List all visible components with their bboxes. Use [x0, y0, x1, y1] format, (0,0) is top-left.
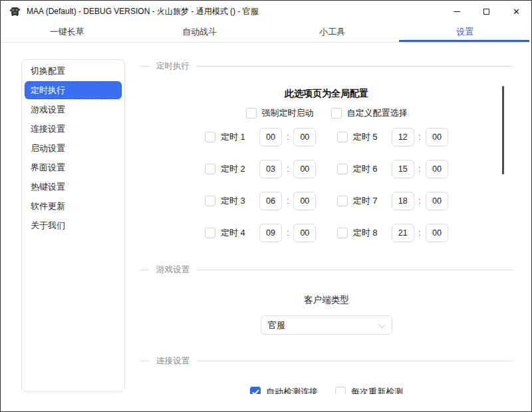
- checkbox[interactable]: [246, 108, 257, 118]
- tab-label: 设置: [456, 26, 473, 38]
- force-timed-start-checkbox[interactable]: 强制定时启动: [246, 107, 314, 119]
- chevron-down-icon: [378, 321, 385, 328]
- divider: [196, 361, 513, 361]
- timer-8-hour-input[interactable]: 21: [392, 224, 414, 242]
- timer-row: 定时 4 09 : 00 定时 8 21 : 00: [205, 224, 448, 242]
- timer-label: 定时 6: [353, 163, 382, 175]
- timer-7-checkbox[interactable]: [337, 196, 348, 206]
- sidebar-item-hotkey-settings[interactable]: 热键设置: [23, 177, 124, 196]
- close-button[interactable]: ✕: [501, 1, 531, 22]
- checkbox-label: 每次重新检测: [351, 386, 403, 394]
- timer-row: 定时 2 03 : 00 定时 6 15 : 00: [205, 160, 448, 178]
- section-title: 游戏设置: [156, 264, 190, 276]
- timer-1: 定时 1 00 : 00: [205, 128, 316, 146]
- sidebar-item-startup-settings[interactable]: 启动设置: [23, 138, 124, 158]
- timer-4: 定时 4 09 : 00: [205, 224, 316, 242]
- checkbox-label: 自动检测连接: [266, 386, 318, 394]
- sidebar-item-game-settings[interactable]: 游戏设置: [23, 100, 124, 119]
- timer-1-checkbox[interactable]: [205, 132, 215, 142]
- re-detect-every-time-checkbox[interactable]: 每次重新检测: [335, 386, 403, 394]
- timer-7-hour-input[interactable]: 18: [392, 192, 414, 210]
- timer-label: 定时 5: [353, 131, 382, 143]
- colon: :: [287, 228, 289, 238]
- divider: [196, 66, 513, 67]
- close-icon: ✕: [513, 7, 520, 16]
- section-title: 连接设置: [156, 355, 190, 367]
- maximize-icon: [483, 9, 489, 15]
- colon: :: [419, 196, 421, 206]
- sidebar-item-about-us[interactable]: 关于我们: [23, 216, 124, 235]
- colon: :: [419, 228, 421, 238]
- timer-1-minute-input[interactable]: 00: [293, 128, 316, 146]
- timer-8-minute-input[interactable]: 00: [426, 224, 448, 242]
- colon: :: [287, 196, 289, 206]
- timer-3-checkbox[interactable]: [205, 196, 215, 206]
- timer-label: 定时 3: [221, 195, 250, 207]
- timer-row: 定时 1 00 : 00 定时 5 12 : 00: [205, 128, 448, 146]
- timer-3-hour-input[interactable]: 06: [259, 192, 282, 210]
- timer-label: 定时 1: [221, 131, 250, 143]
- timer-4-hour-input[interactable]: 09: [259, 224, 282, 242]
- window-title: MAA (Default) - DEBUG VERSION - 火山旅梦 - 通…: [27, 6, 259, 17]
- minimize-button[interactable]: [442, 1, 471, 22]
- divider: [140, 66, 150, 67]
- timer-3-minute-input[interactable]: 00: [293, 192, 316, 210]
- timer-3: 定时 3 06 : 00: [205, 192, 316, 210]
- settings-sidebar: 切换配置 定时执行 游戏设置 连接设置 启动设置 界面设置 热键设置 软件更新 …: [21, 59, 125, 392]
- tab-settings[interactable]: 设置: [399, 22, 532, 42]
- checkbox-label: 强制定时启动: [262, 107, 314, 119]
- checkbox[interactable]: [250, 387, 261, 394]
- window-controls: ✕: [442, 1, 531, 22]
- timer-7-minute-input[interactable]: 00: [426, 192, 448, 210]
- timer-2: 定时 2 03 : 00: [205, 160, 316, 178]
- sidebar-item-connection-settings[interactable]: 连接设置: [23, 119, 124, 138]
- timer-label: 定时 4: [221, 227, 250, 239]
- tab-label: 小工具: [319, 26, 345, 38]
- section-title: 定时执行: [156, 61, 190, 72]
- section-header-game: 游戏设置: [140, 264, 513, 276]
- timer-5-hour-input[interactable]: 12: [392, 128, 414, 146]
- sidebar-item-scheduling[interactable]: 定时执行: [25, 81, 122, 99]
- colon: :: [419, 132, 421, 142]
- tab-auto-battle[interactable]: 自动战斗: [134, 22, 267, 42]
- timer-4-checkbox[interactable]: [205, 228, 215, 238]
- divider: [140, 361, 150, 361]
- divider: [196, 270, 513, 270]
- tab-underline: [399, 40, 530, 42]
- sidebar-item-software-update[interactable]: 软件更新: [23, 196, 124, 216]
- section-header-connection: 连接设置: [140, 355, 513, 367]
- divider: [140, 270, 150, 270]
- app-window: MAA (Default) - DEBUG VERSION - 火山旅梦 - 通…: [0, 0, 532, 412]
- maximize-button[interactable]: [471, 1, 501, 22]
- timer-6-checkbox[interactable]: [337, 164, 348, 174]
- timer-4-minute-input[interactable]: 00: [293, 224, 316, 242]
- sidebar-item-ui-settings[interactable]: 界面设置: [23, 158, 124, 177]
- client-type-dropdown[interactable]: 官服: [261, 315, 392, 335]
- timer-2-hour-input[interactable]: 03: [259, 160, 282, 178]
- timer-8-checkbox[interactable]: [337, 228, 348, 238]
- sidebar-item-switch-config[interactable]: 切换配置: [23, 61, 124, 81]
- timer-row: 定时 3 06 : 00 定时 7 18 : 00: [205, 192, 448, 210]
- settings-content: 定时执行 此选项页为全局配置 强制定时启动 自定义配置选择 定时 1 00 :: [140, 47, 513, 394]
- custom-config-select-checkbox[interactable]: 自定义配置选择: [331, 107, 408, 119]
- timer-5-checkbox[interactable]: [337, 132, 348, 142]
- tab-farming[interactable]: 一键长草: [1, 22, 134, 42]
- timer-6-hour-input[interactable]: 15: [392, 160, 414, 178]
- timer-2-checkbox[interactable]: [205, 164, 215, 174]
- check-icon: [252, 389, 259, 395]
- titlebar: MAA (Default) - DEBUG VERSION - 火山旅梦 - 通…: [1, 1, 531, 22]
- timer-7: 定时 7 18 : 00: [337, 192, 448, 210]
- timer-1-hour-input[interactable]: 00: [259, 128, 282, 146]
- timer-label: 定时 2: [221, 163, 250, 175]
- auto-detect-connection-checkbox[interactable]: 自动检测连接: [250, 386, 318, 394]
- checkbox[interactable]: [335, 387, 346, 394]
- tab-tools[interactable]: 小工具: [266, 22, 399, 42]
- client-type-value: 官服: [268, 319, 285, 331]
- timer-grid: 定时 1 00 : 00 定时 5 12 : 00 定时 2 03: [205, 128, 448, 242]
- checkbox[interactable]: [331, 108, 342, 118]
- timer-2-minute-input[interactable]: 00: [293, 160, 316, 178]
- timer-6-minute-input[interactable]: 00: [426, 160, 448, 178]
- scrollbar-thumb[interactable]: [502, 86, 504, 174]
- timer-5-minute-input[interactable]: 00: [426, 128, 448, 146]
- timer-label: 定时 8: [353, 227, 382, 239]
